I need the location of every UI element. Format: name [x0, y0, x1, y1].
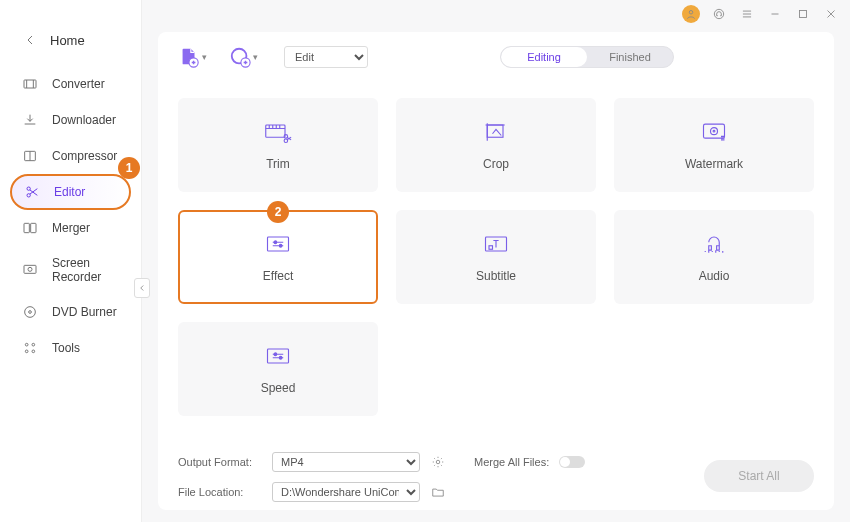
- svg-point-3: [27, 194, 30, 197]
- svg-rect-16: [800, 11, 807, 18]
- file-location-select[interactable]: D:\Wondershare UniConverter 1: [272, 482, 420, 502]
- dvd-icon: [22, 304, 38, 320]
- sidebar-item-label: Downloader: [52, 113, 116, 127]
- svg-point-15: [714, 9, 723, 18]
- svg-point-8: [25, 307, 36, 318]
- maximize-button[interactable]: [794, 5, 812, 23]
- svg-point-13: [32, 350, 35, 353]
- home-link[interactable]: Home: [0, 24, 141, 66]
- editor-panel: ▾ ▾ Edit Editing Finished Trim: [158, 32, 834, 510]
- svg-point-12: [25, 350, 28, 353]
- scissors-icon: [24, 184, 40, 200]
- sidebar-item-label: Editor: [54, 185, 85, 199]
- sidebar-item-downloader[interactable]: Downloader: [0, 102, 141, 138]
- card-label: Audio: [699, 269, 730, 283]
- close-button[interactable]: [822, 5, 840, 23]
- card-audio[interactable]: Audio: [614, 210, 814, 304]
- file-location-label: File Location:: [178, 486, 262, 498]
- svg-point-11: [32, 343, 35, 346]
- sidebar-item-label: Compressor: [52, 149, 117, 163]
- callout-badge-1: 1: [118, 157, 140, 179]
- sidebar: Home Converter Downloader Compressor Edi…: [0, 0, 142, 522]
- svg-rect-4: [24, 223, 29, 232]
- svg-point-33: [274, 352, 277, 355]
- card-trim[interactable]: Trim: [178, 98, 378, 192]
- watermark-icon: [700, 120, 728, 147]
- svg-rect-20: [266, 125, 285, 137]
- callout-badge-2: 2: [267, 201, 289, 223]
- chevron-down-icon: ▾: [202, 52, 207, 62]
- card-speed[interactable]: Speed: [178, 322, 378, 416]
- svg-point-28: [274, 240, 277, 243]
- download-icon: [22, 112, 38, 128]
- audio-icon: [700, 232, 728, 259]
- svg-rect-27: [268, 237, 289, 251]
- minimize-button[interactable]: [766, 5, 784, 23]
- svg-rect-32: [268, 349, 289, 363]
- merge-label: Merge All Files:: [474, 456, 549, 468]
- card-label: Subtitle: [476, 269, 516, 283]
- editor-grid: Trim Crop Watermark 2 Effect Subtitle: [158, 78, 834, 416]
- settings-icon[interactable]: [430, 454, 446, 470]
- sidebar-item-label: DVD Burner: [52, 305, 117, 319]
- card-effect[interactable]: 2 Effect: [178, 210, 378, 304]
- compressor-icon: [22, 148, 38, 164]
- menu-icon[interactable]: [738, 5, 756, 23]
- chevron-down-icon: ▾: [253, 52, 258, 62]
- folder-icon[interactable]: [430, 484, 446, 500]
- effect-icon: [264, 232, 292, 259]
- sidebar-item-label: Converter: [52, 77, 105, 91]
- output-format-label: Output Format:: [178, 456, 262, 468]
- sidebar-item-converter[interactable]: Converter: [0, 66, 141, 102]
- card-label: Trim: [266, 157, 290, 171]
- start-all-button[interactable]: Start All: [704, 460, 814, 492]
- output-format-select[interactable]: MP4: [272, 452, 420, 472]
- back-icon: [22, 32, 38, 48]
- support-icon[interactable]: [710, 5, 728, 23]
- sidebar-item-dvd-burner[interactable]: DVD Burner: [0, 294, 141, 330]
- merger-icon: [22, 220, 38, 236]
- card-watermark[interactable]: Watermark: [614, 98, 814, 192]
- svg-point-25: [711, 127, 718, 134]
- svg-point-26: [713, 130, 715, 132]
- sidebar-item-tools[interactable]: Tools: [0, 330, 141, 366]
- titlebar: [142, 0, 850, 24]
- svg-point-2: [27, 187, 30, 190]
- svg-point-7: [28, 267, 32, 271]
- card-label: Watermark: [685, 157, 743, 171]
- card-label: Speed: [261, 381, 296, 395]
- add-file-button[interactable]: ▾: [178, 46, 207, 68]
- card-subtitle[interactable]: Subtitle: [396, 210, 596, 304]
- screen-recorder-icon: [22, 262, 38, 278]
- svg-point-9: [29, 311, 32, 314]
- card-crop[interactable]: Crop: [396, 98, 596, 192]
- seg-finished[interactable]: Finished: [587, 47, 673, 67]
- add-url-icon: [229, 46, 251, 68]
- avatar[interactable]: [682, 5, 700, 23]
- collapse-handle[interactable]: [134, 278, 150, 298]
- svg-point-35: [436, 460, 440, 464]
- sidebar-item-screen-recorder[interactable]: Screen Recorder: [0, 246, 141, 294]
- toolbar: ▾ ▾ Edit Editing Finished: [158, 32, 834, 78]
- trim-icon: [264, 120, 292, 147]
- main-area: ▾ ▾ Edit Editing Finished Trim: [142, 0, 850, 522]
- sidebar-item-editor[interactable]: Editor: [10, 174, 131, 210]
- mode-select[interactable]: Edit: [284, 46, 368, 68]
- sidebar-item-merger[interactable]: Merger: [0, 210, 141, 246]
- speed-icon: [264, 344, 292, 371]
- merge-toggle[interactable]: [559, 456, 585, 468]
- add-file-icon: [178, 46, 200, 68]
- tools-icon: [22, 340, 38, 356]
- subtitle-icon: [482, 232, 510, 259]
- svg-rect-5: [31, 223, 36, 232]
- home-label: Home: [50, 33, 85, 48]
- status-segment: Editing Finished: [500, 46, 674, 68]
- card-label: Effect: [263, 269, 293, 283]
- add-url-button[interactable]: ▾: [229, 46, 258, 68]
- svg-point-29: [279, 244, 282, 247]
- svg-point-34: [279, 356, 282, 359]
- crop-icon: [482, 120, 510, 147]
- seg-editing[interactable]: Editing: [501, 47, 587, 67]
- converter-icon: [22, 76, 38, 92]
- card-label: Crop: [483, 157, 509, 171]
